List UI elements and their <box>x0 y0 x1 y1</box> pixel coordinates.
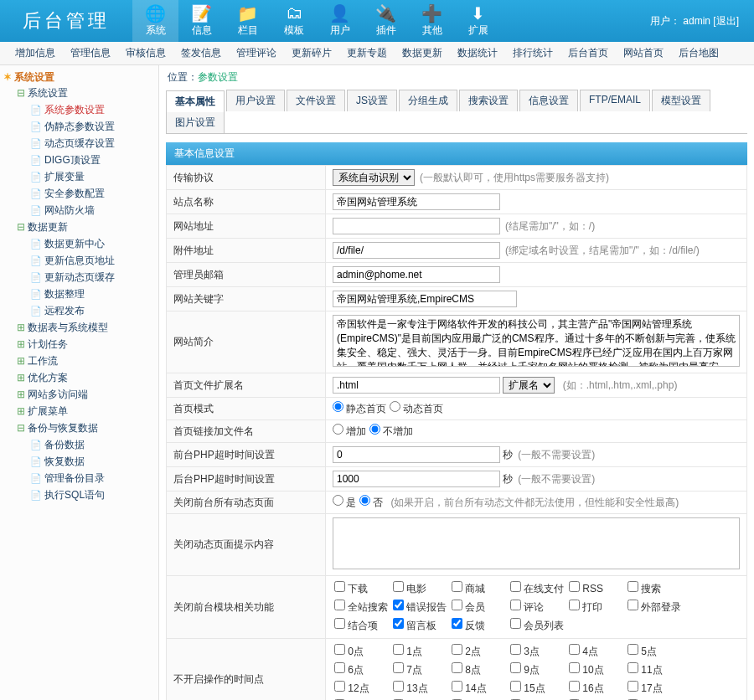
tree-cat[interactable]: 工作流 <box>17 355 58 367</box>
adminmail-input[interactable] <box>333 266 500 283</box>
tab-1[interactable]: 用户设置 <box>226 90 285 111</box>
topnav-系统[interactable]: 🌐系统 <box>132 0 178 42</box>
tab-4[interactable]: 分组生成 <box>399 90 457 111</box>
check-打印[interactable] <box>569 600 580 610</box>
subnav-item[interactable]: 网站首页 <box>623 46 664 60</box>
check-会员列表[interactable] <box>510 618 521 629</box>
check-4点[interactable] <box>569 644 580 655</box>
check-外部登录[interactable] <box>627 600 638 610</box>
topnav-插件[interactable]: 🔌插件 <box>363 0 409 42</box>
linkadd-yes[interactable] <box>333 424 343 435</box>
check-RSS[interactable] <box>569 581 580 592</box>
tree-leaf[interactable]: 更新动态页缓存 <box>44 271 115 283</box>
tab-5[interactable]: 搜索设置 <box>459 90 518 111</box>
tree-leaf[interactable]: 备份数据 <box>44 439 85 450</box>
keywords-input[interactable] <box>333 291 517 307</box>
tree-leaf[interactable]: 安全参数配置 <box>44 188 105 199</box>
tab-6[interactable]: 信息设置 <box>519 90 578 111</box>
check-0点[interactable] <box>334 644 345 655</box>
topnav-模板[interactable]: 🗂模板 <box>271 0 317 42</box>
indexmode-dynamic[interactable] <box>390 401 400 412</box>
check-反馈[interactable] <box>452 618 462 629</box>
protocol-select[interactable]: 系统自动识别 <box>333 169 415 186</box>
subnav-item[interactable]: 后台首页 <box>568 46 608 60</box>
check-1点[interactable] <box>393 644 404 655</box>
check-16点[interactable] <box>569 681 580 692</box>
tab-8[interactable]: 模型设置 <box>652 90 710 111</box>
check-8点[interactable] <box>452 662 462 673</box>
tree-leaf[interactable]: 系统参数设置 <box>44 104 105 116</box>
tree-leaf[interactable]: 数据更新中心 <box>44 238 105 250</box>
check-评论[interactable] <box>510 600 521 610</box>
subnav-item[interactable]: 后台地图 <box>679 46 719 60</box>
check-搜索[interactable] <box>627 581 638 592</box>
topnav-用户[interactable]: 👤用户 <box>317 0 363 42</box>
check-错误报告[interactable] <box>393 600 404 610</box>
tree-leaf[interactable]: 伪静态参数设置 <box>44 121 115 132</box>
tree-leaf[interactable]: 远程发布 <box>44 305 85 317</box>
tree-cat[interactable]: 优化方案 <box>17 372 68 383</box>
tree-cat[interactable]: 网站多访问端 <box>17 389 88 400</box>
tree-cat[interactable]: 数据更新 <box>17 221 68 233</box>
backtime-input[interactable] <box>333 471 500 487</box>
subnav-item[interactable]: 更新专题 <box>347 46 387 60</box>
tree-leaf[interactable]: 网站防火墙 <box>44 204 95 216</box>
subnav-item[interactable]: 签发信息 <box>181 46 221 60</box>
check-3点[interactable] <box>510 644 521 655</box>
check-结合项[interactable] <box>334 618 345 629</box>
check-在线支付[interactable] <box>510 581 521 592</box>
check-14点[interactable] <box>452 681 462 692</box>
check-下载[interactable] <box>334 581 345 592</box>
tree-cat[interactable]: 备份与恢复数据 <box>17 422 98 434</box>
check-5点[interactable] <box>627 644 638 655</box>
check-17点[interactable] <box>627 681 638 692</box>
tree-cat[interactable]: 扩展菜单 <box>17 405 68 417</box>
indexext-select[interactable]: 扩展名 <box>503 377 555 394</box>
topnav-其他[interactable]: ➕其他 <box>409 0 455 42</box>
indexmode-static[interactable] <box>333 401 343 412</box>
check-9点[interactable] <box>510 662 521 673</box>
check-11点[interactable] <box>627 662 638 673</box>
closefront-no[interactable] <box>359 495 370 506</box>
subnav-item[interactable]: 管理评论 <box>236 46 276 60</box>
fronttime-input[interactable] <box>333 446 500 463</box>
check-全站搜索[interactable] <box>334 600 345 610</box>
check-留言板[interactable] <box>393 618 404 629</box>
subnav-item[interactable]: 数据更新 <box>402 46 442 60</box>
check-会员[interactable] <box>452 600 462 610</box>
check-商城[interactable] <box>452 581 462 592</box>
check-13点[interactable] <box>393 681 404 692</box>
check-7点[interactable] <box>393 662 404 673</box>
tree-leaf[interactable]: DIGG顶设置 <box>44 154 101 166</box>
logout-link[interactable]: [退出] <box>713 15 739 27</box>
tab-2[interactable]: 文件设置 <box>287 90 345 111</box>
topnav-信息[interactable]: 📝信息 <box>178 0 225 42</box>
subnav-item[interactable]: 更新碎片 <box>292 46 332 60</box>
sitename-input[interactable] <box>333 193 500 210</box>
linkadd-no[interactable] <box>369 424 380 435</box>
check-电影[interactable] <box>393 581 404 592</box>
tab-7[interactable]: FTP/EMAIL <box>580 90 650 111</box>
siteurl-input[interactable] <box>333 218 500 234</box>
subnav-item[interactable]: 数据统计 <box>457 46 498 60</box>
breadcrumb-current[interactable]: 参数设置 <box>198 71 238 83</box>
tab-9[interactable]: 图片设置 <box>166 111 225 133</box>
tree-leaf[interactable]: 执行SQL语句 <box>44 489 105 501</box>
tree-leaf[interactable]: 数据整理 <box>44 288 85 300</box>
tab-0[interactable]: 基本属性 <box>166 90 225 112</box>
intro-textarea[interactable]: 帝国软件是一家专注于网络软件开发的科技公司，其主营产品"帝国网站管理系统(Emp… <box>333 315 740 367</box>
tree-cat[interactable]: 数据表与系统模型 <box>17 322 108 333</box>
check-12点[interactable] <box>334 681 345 692</box>
tree-cat[interactable]: 系统设置 <box>17 87 68 99</box>
topnav-扩展[interactable]: ⬇扩展 <box>455 0 501 42</box>
tab-3[interactable]: JS设置 <box>347 90 397 111</box>
closefront-yes[interactable] <box>333 495 343 506</box>
check-10点[interactable] <box>569 662 580 673</box>
tree-leaf[interactable]: 动态页缓存设置 <box>44 137 115 149</box>
subnav-item[interactable]: 管理信息 <box>70 46 111 60</box>
subnav-item[interactable]: 增加信息 <box>15 46 55 60</box>
topnav-栏目[interactable]: 📁栏目 <box>225 0 271 42</box>
tree-leaf[interactable]: 恢复数据 <box>44 456 85 467</box>
tree-leaf[interactable]: 管理备份目录 <box>44 472 105 484</box>
tree-leaf[interactable]: 更新信息页地址 <box>44 255 115 266</box>
